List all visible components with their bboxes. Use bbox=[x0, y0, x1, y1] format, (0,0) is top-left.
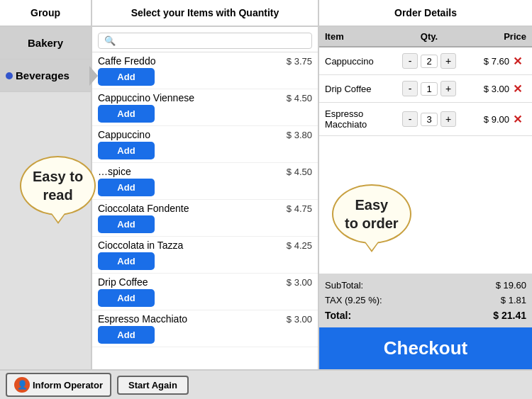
item-col-label: Item bbox=[325, 31, 344, 42]
total-value: $ 21.41 bbox=[493, 310, 526, 321]
beverages-arrow-icon bbox=[89, 66, 98, 86]
item-top-espresso-macchiato: Espresso Macchiato $ 3.00 bbox=[98, 313, 312, 325]
item-price-cioccolata-tazza: $ 4.25 bbox=[287, 240, 312, 251]
add-button-cioccolata-tazza[interactable]: Add bbox=[98, 252, 155, 270]
beverages-dot bbox=[6, 72, 13, 79]
item-top-caffe-freddo: Caffe Freddo $ 3.75 bbox=[98, 55, 312, 67]
order-item-espresso-order: Espresso Macchiato - 3 + $ 9.00 ✕ bbox=[319, 103, 532, 136]
order-item-price-espresso-order: $ 9.00 bbox=[461, 114, 509, 125]
add-button-spice[interactable]: Add bbox=[98, 179, 155, 196]
start-again-label: Start Again bbox=[128, 380, 177, 390]
col-price-header: Price bbox=[461, 31, 532, 42]
item-name-cappuccino-viennese: Cappuccino Viennese bbox=[98, 92, 194, 103]
menu-item-caffe-freddo: Caffe Freddo $ 3.75 Add bbox=[92, 52, 318, 89]
group-btn-bakery[interactable]: Bakery bbox=[0, 27, 91, 60]
item-top-cappuccino: Cappuccino $ 3.80 bbox=[98, 129, 312, 140]
group-sidebar: Bakery Beverages bbox=[0, 27, 92, 369]
order-totals: SubTotal: $ 19.60 TAX (9.25 %): $ 1.81 T… bbox=[319, 274, 532, 327]
item-price-cioccolata-fondente: $ 4.75 bbox=[287, 203, 312, 214]
beverages-label: Beverages bbox=[16, 69, 70, 82]
item-name-cioccolata-fondente: Cioccolata Fondente bbox=[98, 203, 189, 214]
group-btn-beverages[interactable]: Beverages bbox=[0, 60, 91, 92]
col-qty-header: Qty. bbox=[397, 31, 461, 42]
subtotal-label: SubTotal: bbox=[325, 280, 363, 291]
qty-col-label: Qty. bbox=[421, 31, 438, 42]
item-price-caffe-freddo: $ 3.75 bbox=[287, 56, 312, 67]
remove-item-espresso-order[interactable]: ✕ bbox=[509, 113, 525, 126]
order-item-qty-cappuccino-order: - 2 + bbox=[397, 53, 461, 69]
order-table-header: Item Qty. Price bbox=[319, 27, 532, 47]
add-button-cioccolata-fondente[interactable]: Add bbox=[98, 215, 155, 233]
total-row: Total: $ 21.41 bbox=[325, 308, 526, 323]
item-name-cioccolata-tazza: Cioccolata in Tazza bbox=[98, 240, 183, 251]
add-button-espresso-macchiato[interactable]: Add bbox=[98, 326, 155, 344]
items-label-text: Select your Items with Quantity bbox=[131, 7, 279, 18]
group-label-text: Group bbox=[31, 7, 60, 18]
add-button-drip-coffee[interactable]: Add bbox=[98, 289, 155, 307]
item-name-caffe-freddo: Caffe Freddo bbox=[98, 55, 155, 67]
inform-label: Inform Operator bbox=[33, 380, 103, 390]
checkout-button[interactable]: Checkout bbox=[319, 327, 532, 369]
order-item-qty-drip-coffee-order: - 1 + bbox=[397, 81, 461, 96]
qty-plus-cappuccino-order[interactable]: + bbox=[440, 53, 456, 69]
qty-minus-espresso-order[interactable]: - bbox=[402, 111, 418, 127]
order-items-list: Cappuccino - 2 + $ 7.60 ✕ Drip Coffee - … bbox=[319, 47, 532, 274]
add-button-cappuccino[interactable]: Add bbox=[98, 142, 155, 159]
item-price-drip-coffee: $ 3.00 bbox=[287, 277, 312, 288]
order-label-text: Order Details bbox=[394, 7, 457, 18]
qty-value-drip-coffee-order: 1 bbox=[421, 82, 438, 96]
qty-value-espresso-order: 3 bbox=[421, 113, 438, 126]
qty-minus-drip-coffee-order[interactable]: - bbox=[402, 81, 418, 96]
search-bar bbox=[92, 30, 318, 52]
item-price-cappuccino-viennese: $ 4.50 bbox=[287, 93, 312, 103]
item-name-espresso-macchiato: Espresso Macchiato bbox=[98, 313, 187, 325]
qty-plus-drip-coffee-order[interactable]: + bbox=[440, 81, 456, 96]
left-panel: Bakery Beverages Caffe Freddo $ 3.75 bbox=[0, 27, 319, 369]
order-item-cappuccino-order: Cappuccino - 2 + $ 7.60 ✕ bbox=[319, 47, 532, 75]
menu-item-spice: …spice $ 4.50 Add bbox=[92, 163, 318, 200]
item-price-espresso-macchiato: $ 3.00 bbox=[287, 314, 312, 325]
header: Group Select your Items with Quantity Or… bbox=[0, 0, 532, 27]
header-order-label: Order Details bbox=[319, 0, 532, 26]
qty-plus-espresso-order[interactable]: + bbox=[440, 111, 456, 127]
item-top-spice: …spice $ 4.50 bbox=[98, 166, 312, 177]
col-item-header: Item bbox=[319, 31, 397, 42]
item-price-cappuccino: $ 3.80 bbox=[287, 130, 312, 140]
qty-value-cappuccino-order: 2 bbox=[421, 55, 438, 68]
tax-value: $ 1.81 bbox=[501, 295, 526, 305]
menu-item-cappuccino-viennese: Cappuccino Viennese $ 4.50 Add bbox=[92, 89, 318, 126]
total-label: Total: bbox=[325, 310, 351, 321]
item-top-cioccolata-tazza: Cioccolata in Tazza $ 4.25 bbox=[98, 240, 312, 251]
bakery-label: Bakery bbox=[28, 37, 63, 49]
menu-item-espresso-macchiato: Espresso Macchiato $ 3.00 Add bbox=[92, 310, 318, 347]
tax-row: TAX (9.25 %): $ 1.81 bbox=[325, 293, 526, 308]
menu-item-cioccolata-fondente: Cioccolata Fondente $ 4.75 Add bbox=[92, 200, 318, 237]
item-top-drip-coffee: Drip Coffee $ 3.00 bbox=[98, 276, 312, 288]
order-item-drip-coffee-order: Drip Coffee - 1 + $ 3.00 ✕ bbox=[319, 75, 532, 103]
add-button-cappuccino-viennese[interactable]: Add bbox=[98, 105, 155, 123]
order-item-price-drip-coffee-order: $ 3.00 bbox=[461, 84, 509, 94]
item-price-spice: $ 4.50 bbox=[287, 167, 312, 177]
header-items-label: Select your Items with Quantity bbox=[92, 0, 319, 26]
items-list: Caffe Freddo $ 3.75 Add Cappuccino Vienn… bbox=[92, 27, 318, 369]
inform-operator-button[interactable]: 👤 Inform Operator bbox=[6, 373, 111, 397]
order-item-name-espresso-order: Espresso Macchiato bbox=[319, 108, 397, 130]
add-button-caffe-freddo[interactable]: Add bbox=[98, 68, 155, 86]
footer: 👤 Inform Operator Start Again bbox=[0, 369, 532, 399]
qty-minus-cappuccino-order[interactable]: - bbox=[402, 53, 418, 69]
order-item-price-cappuccino-order: $ 7.60 bbox=[461, 56, 509, 67]
start-again-button[interactable]: Start Again bbox=[117, 376, 189, 395]
menu-item-drip-coffee: Drip Coffee $ 3.00 Add bbox=[92, 274, 318, 310]
search-input[interactable] bbox=[98, 33, 312, 49]
remove-item-drip-coffee-order[interactable]: ✕ bbox=[509, 82, 525, 96]
order-panel: Item Qty. Price Cappuccino - 2 + $ 7.60 … bbox=[319, 27, 532, 369]
remove-item-cappuccino-order[interactable]: ✕ bbox=[509, 55, 525, 68]
order-item-name-drip-coffee-order: Drip Coffee bbox=[319, 84, 397, 94]
subtotal-row: SubTotal: $ 19.60 bbox=[325, 278, 526, 293]
menu-item-cappuccino: Cappuccino $ 3.80 Add bbox=[92, 126, 318, 163]
tax-label: TAX (9.25 %): bbox=[325, 295, 382, 305]
item-name-drip-coffee: Drip Coffee bbox=[98, 276, 148, 288]
subtotal-value: $ 19.60 bbox=[496, 280, 526, 291]
menu-item-cioccolata-tazza: Cioccolata in Tazza $ 4.25 Add bbox=[92, 237, 318, 274]
item-top-cioccolata-fondente: Cioccolata Fondente $ 4.75 bbox=[98, 203, 312, 214]
